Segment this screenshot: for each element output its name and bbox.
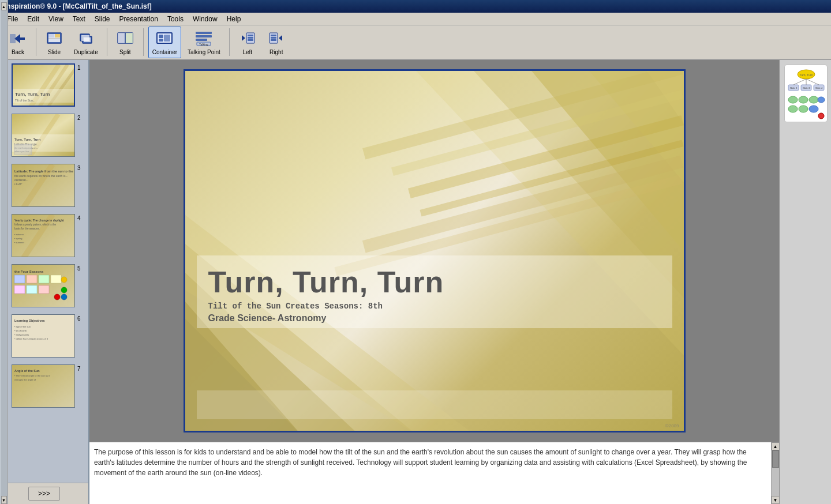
slide-thumb-7[interactable]: Angle of the Sun • The vertical angle to… xyxy=(10,363,86,409)
right-button[interactable]: Right xyxy=(263,27,290,58)
svg-point-74 xyxy=(61,294,67,300)
notes-scrollbar: ▲ ▼ xyxy=(771,442,779,504)
svg-point-119 xyxy=(818,113,824,119)
duplicate-button[interactable]: Duplicate xyxy=(70,27,102,58)
slide-watermark: ©2009 xyxy=(665,423,679,428)
forward-button[interactable]: >>> xyxy=(28,487,60,501)
split-button[interactable]: Split xyxy=(112,27,138,58)
menu-presentation[interactable]: Presentation xyxy=(115,14,163,24)
slide-thumb-number-7: 7 xyxy=(77,366,81,372)
svg-text:Talking: Talking xyxy=(199,43,208,46)
svg-text:Yearly cycle: The change in da: Yearly cycle: The change in daylight xyxy=(14,219,64,222)
right-panel: Turn, Turn Slide 2 Slide 3 Slide 4 xyxy=(779,60,831,504)
svg-rect-5 xyxy=(55,34,60,37)
slide-button[interactable]: Slide xyxy=(41,27,68,58)
svg-point-113 xyxy=(799,96,808,103)
menu-slide[interactable]: Slide xyxy=(90,14,115,24)
menu-view[interactable]: View xyxy=(44,14,68,24)
svg-rect-70 xyxy=(27,285,37,294)
svg-rect-65 xyxy=(14,275,25,283)
back-icon xyxy=(9,29,27,48)
talking-point-icon: Talking xyxy=(194,29,213,48)
slide-thumb-number-4: 4 xyxy=(77,215,81,221)
svg-rect-71 xyxy=(39,285,49,294)
split-label: Split xyxy=(119,49,130,55)
svg-rect-69 xyxy=(14,285,25,294)
duplicate-icon xyxy=(77,29,95,48)
svg-point-114 xyxy=(809,96,818,103)
svg-point-115 xyxy=(818,97,825,103)
title-bar: Inspiration® 9.0 - [McCallTilt_of_the_Su… xyxy=(0,0,831,13)
slide-thumb-1[interactable]: Turn, Turn, Turn Tilt of the Sun... 1 xyxy=(10,62,86,108)
svg-rect-32 xyxy=(271,37,276,39)
duplicate-label: Duplicate xyxy=(74,49,98,55)
svg-text:Angle of the Sun: Angle of the Sun xyxy=(14,369,40,373)
menu-help[interactable]: Help xyxy=(222,14,246,24)
slide-notes-box xyxy=(197,390,672,419)
svg-rect-20 xyxy=(196,35,212,37)
slide-thumb-5[interactable]: the Four Seasons xyxy=(10,263,86,309)
svg-text:• tilt of earth: • tilt of earth xyxy=(14,329,27,332)
svg-point-72 xyxy=(61,277,67,283)
svg-rect-18 xyxy=(164,35,170,42)
svg-text:Turn, Turn, Turn: Turn, Turn, Turn xyxy=(14,138,41,141)
menu-text[interactable]: Text xyxy=(68,14,90,24)
svg-rect-12 xyxy=(118,33,125,43)
sidebar-scroll-down[interactable]: ▼ xyxy=(1,496,7,504)
svg-marker-30 xyxy=(279,35,282,41)
slide-thumb-number-5: 5 xyxy=(77,265,81,272)
svg-text:Slide 4: Slide 4 xyxy=(815,86,822,89)
svg-text:changes the angle of: changes the angle of xyxy=(14,378,36,381)
svg-rect-27 xyxy=(248,37,253,39)
slide-thumb-number-3: 3 xyxy=(77,165,81,171)
svg-text:centered...: centered... xyxy=(14,178,28,182)
notes-scroll-down[interactable]: ▼ xyxy=(772,496,780,504)
slide-canvas-wrap: Turn, Turn, Turn Tilt of the Sun Creates… xyxy=(89,60,779,442)
svg-marker-25 xyxy=(242,35,245,41)
slide-thumb-number-1: 1 xyxy=(77,65,81,71)
slide-main-title: Turn, Turn, Turn xyxy=(208,265,661,299)
svg-rect-17 xyxy=(159,39,163,42)
slide-subtitle-row: Tilt of the Sun Creates Seasons: 8th xyxy=(208,302,661,311)
slide-list[interactable]: Turn, Turn, Turn Tilt of the Sun... 1 xyxy=(8,60,88,483)
slide-thumb-number-6: 6 xyxy=(77,315,81,322)
svg-point-75 xyxy=(54,294,60,300)
svg-rect-21 xyxy=(196,39,207,41)
mini-map-diagram: Turn, Turn Slide 2 Slide 3 Slide 4 xyxy=(787,67,826,121)
left-button[interactable]: Left xyxy=(234,27,261,58)
slide-thumb-3[interactable]: Latitude: The angle from the sun to the … xyxy=(10,163,86,208)
slide-canvas[interactable]: Turn, Turn, Turn Tilt of the Sun Creates… xyxy=(184,69,686,432)
talking-point-button[interactable]: Talking Talking Point xyxy=(184,27,224,58)
toolbar-sep-4 xyxy=(229,28,230,56)
svg-text:the Four Seasons: the Four Seasons xyxy=(14,270,44,273)
slide-thumb-2[interactable]: Turn, Turn, Turn Latitude: The angle... … xyxy=(10,112,86,158)
svg-rect-13 xyxy=(125,33,133,43)
svg-text:basis for the seasons.: basis for the seasons. xyxy=(14,227,40,230)
slide-title-area: Turn, Turn, Turn Tilt of the Sun Creates… xyxy=(197,255,672,328)
container-icon xyxy=(155,29,174,48)
svg-marker-0 xyxy=(14,34,25,43)
menu-tools[interactable]: Tools xyxy=(163,14,188,24)
menu-edit[interactable]: Edit xyxy=(23,14,44,24)
slide-icon xyxy=(45,29,63,48)
slide-thumb-4[interactable]: Yearly cycle: The change in daylight fol… xyxy=(10,213,86,258)
menu-window[interactable]: Window xyxy=(188,14,222,24)
svg-rect-10 xyxy=(84,37,91,42)
slide-thumb-number-2: 2 xyxy=(77,115,81,121)
slide-thumb-6[interactable]: Learning Objectives • age of the sun • t… xyxy=(10,313,86,359)
svg-text:Turn, Turn: Turn, Turn xyxy=(799,73,813,77)
notes-scroll-thumb[interactable] xyxy=(772,450,779,468)
notes-scroll-up[interactable]: ▲ xyxy=(772,442,780,450)
svg-rect-31 xyxy=(271,35,276,36)
right-icon xyxy=(267,29,286,48)
sidebar-forward-area: >>> xyxy=(0,483,88,504)
svg-point-117 xyxy=(799,106,808,112)
svg-text:• The vertical angle to the su: • The vertical angle to the sun as it xyxy=(14,374,50,377)
slide-grade: Grade Science- Astronomy xyxy=(208,313,327,323)
notes-text[interactable]: The purpose of this lesson is for kids t… xyxy=(89,442,771,504)
svg-text:• early planets: • early planets xyxy=(14,333,29,336)
notes-area: The purpose of this lesson is for kids t… xyxy=(89,442,779,504)
container-button[interactable]: Container xyxy=(148,27,181,58)
svg-text:Learning Objectives: Learning Objectives xyxy=(14,319,45,322)
back-button[interactable]: Back xyxy=(5,27,31,58)
